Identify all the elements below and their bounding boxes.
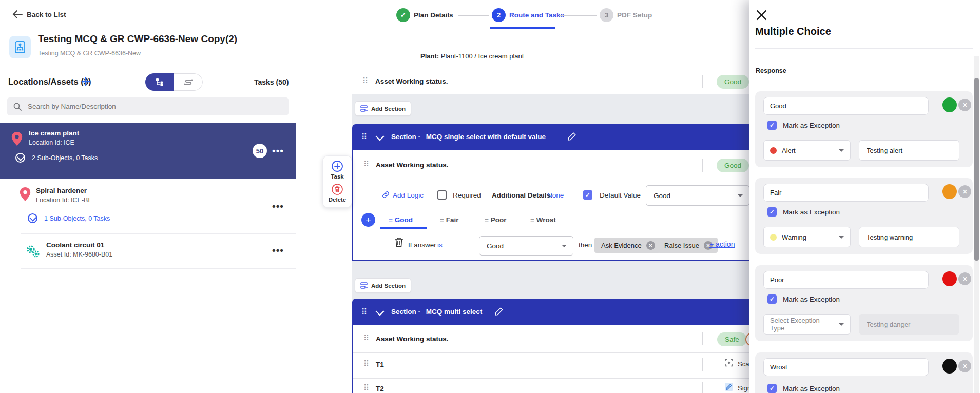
sub-objects-summary[interactable]: 2 Sub-Objects, 0 Tasks [32, 154, 98, 162]
option-card-poor: ✕ ✓ Mark as Exception Select Exception T… [755, 265, 973, 341]
option-card-fair: ✕ ✓ Mark as Exception Warning [755, 178, 973, 254]
plant-info: Plant: Plant-1100 / Ice cream plant [420, 52, 524, 60]
location-item-spiral-hardener[interactable]: Spiral hardener Location Id: ICE-BF 1 Su… [0, 179, 296, 233]
mark-exception-checkbox[interactable]: ✓ [767, 121, 777, 130]
multiple-choice-panel: Multiple Choice Response ✕ ✓ Mark as Exc… [749, 0, 980, 393]
color-swatch[interactable] [942, 184, 957, 199]
chip-label: Ask Evidence [601, 242, 642, 249]
panel-scrollbar-thumb[interactable] [974, 78, 979, 261]
add-section-button[interactable]: Add Section [355, 101, 411, 116]
drag-handle[interactable]: ⠿ [361, 308, 367, 316]
sidebar-title: Locations/Assets (3) [8, 77, 91, 87]
required-checkbox[interactable] [437, 190, 447, 200]
trash-icon[interactable] [394, 237, 403, 247]
exception-type-value: Warning [782, 233, 806, 241]
condition-operator-link[interactable]: is [437, 241, 443, 249]
color-swatch[interactable] [942, 359, 957, 374]
divider [21, 268, 296, 269]
exception-type-select[interactable]: Alert [763, 140, 851, 161]
location-pin-icon [18, 187, 32, 202]
location-item-ice-cream-plant[interactable]: Ice cream plant Location Id: ICE 2 Sub-O… [0, 123, 296, 179]
drag-handle[interactable]: ⠿ [363, 384, 369, 391]
step-route-and-tasks[interactable]: Route and Tasks [509, 11, 564, 19]
color-swatch[interactable] [942, 271, 957, 286]
chevron-down-icon[interactable] [376, 307, 385, 316]
section-title: Section - MCQ single select with default… [391, 133, 546, 141]
tab-wrost[interactable]: = Wrost [530, 216, 556, 224]
add-logic-button[interactable]: Add Logic [393, 191, 424, 199]
task-count-badge: 50 [253, 144, 267, 158]
exception-type-select[interactable]: Warning [763, 227, 851, 247]
add-section-button[interactable]: Add Section [355, 278, 411, 293]
edit-icon[interactable] [567, 132, 577, 141]
drag-handle[interactable]: ⠿ [363, 334, 369, 342]
add-action-link[interactable]: + action [709, 240, 735, 248]
asset-item-coolant-circuit[interactable]: Coolant circuit 01 Asset Id: MK-9680-B01… [0, 234, 296, 268]
selected-value: Good [487, 242, 504, 250]
divider [755, 48, 973, 49]
exception-type-select[interactable]: Select Exception Type [763, 314, 851, 335]
tree-view-toggle[interactable] [145, 73, 174, 91]
drag-handle[interactable]: ⠿ [363, 360, 369, 367]
answer-value-select[interactable]: Good [479, 236, 573, 256]
more-options-icon[interactable]: ••• [272, 245, 284, 255]
section-icon [360, 282, 368, 289]
option-value-input[interactable] [763, 271, 929, 289]
drag-handle[interactable]: ⠿ [363, 160, 369, 168]
remove-option-icon[interactable]: ✕ [958, 185, 971, 198]
expand-chevron-icon[interactable] [28, 213, 37, 223]
remove-option-icon[interactable]: ✕ [958, 360, 971, 372]
chevron-down-icon[interactable] [376, 132, 385, 141]
back-to-list-button[interactable]: Back to List [27, 11, 66, 18]
more-options-icon[interactable]: ••• [272, 146, 284, 155]
view-toggle [145, 73, 203, 91]
add-task-icon[interactable] [331, 160, 343, 172]
option-value-input[interactable] [763, 97, 929, 115]
remove-chip-icon[interactable]: ✕ [646, 241, 655, 250]
option-value-input[interactable] [763, 358, 929, 376]
default-value-checkbox[interactable]: ✓ [583, 190, 592, 200]
additional-details-value[interactable]: None [547, 191, 564, 199]
collapse-chevron-icon[interactable] [15, 153, 25, 163]
step-plan-details[interactable]: Plan Details [414, 11, 453, 19]
tab-good[interactable]: = Good [389, 216, 413, 224]
add-condition-icon[interactable]: + [361, 213, 375, 227]
section-prefix: Section - [391, 308, 420, 316]
tab-poor[interactable]: = Poor [485, 216, 506, 224]
sub-objects-summary[interactable]: 1 Sub-Objects, 0 Tasks [44, 215, 110, 222]
drag-handle[interactable]: ⠿ [362, 77, 368, 85]
search-input[interactable] [27, 102, 282, 111]
default-value-select[interactable]: Good [646, 185, 750, 206]
remove-option-icon[interactable]: ✕ [958, 99, 971, 111]
location-meta: Location Id: ICE [29, 139, 74, 146]
edit-icon[interactable] [494, 307, 504, 316]
exception-message-input[interactable] [859, 140, 959, 161]
step-3-circle: 3 [600, 8, 613, 22]
mark-exception-checkbox[interactable]: ✓ [767, 207, 777, 217]
delete-task-icon[interactable] [331, 183, 343, 195]
option-value-input[interactable] [763, 184, 929, 202]
search-icon [13, 103, 22, 111]
more-options-icon[interactable]: ••• [272, 201, 284, 211]
mark-exception-checkbox[interactable]: ✓ [767, 294, 777, 304]
step-pdf-setup[interactable]: PDF Setup [617, 11, 652, 19]
response-badge: Safe [717, 332, 747, 346]
remove-option-icon[interactable]: ✕ [958, 272, 971, 285]
route-view-toggle[interactable] [174, 73, 203, 91]
exception-message-input[interactable] [859, 227, 959, 247]
action-chip-raise-issue[interactable]: Raise Issue ✕ [658, 238, 718, 253]
close-icon[interactable] [756, 9, 767, 21]
add-location-icon[interactable] [81, 77, 90, 86]
tab-fair[interactable]: = Fair [440, 216, 458, 224]
back-arrow-icon[interactable] [12, 10, 23, 19]
task-text: Asset Working status. [376, 335, 449, 343]
add-task-label[interactable]: Task [331, 173, 343, 180]
mark-exception-checkbox[interactable]: ✓ [767, 384, 777, 393]
action-chip-ask-evidence[interactable]: Ask Evidence ✕ [594, 238, 660, 253]
search-box[interactable] [7, 97, 289, 115]
exception-message-input[interactable] [859, 314, 959, 335]
delete-task-label[interactable]: Delete [329, 196, 347, 203]
mark-exception-label: Mark as Exception [783, 385, 840, 392]
color-swatch[interactable] [942, 97, 957, 112]
drag-handle[interactable]: ⠿ [361, 133, 367, 141]
